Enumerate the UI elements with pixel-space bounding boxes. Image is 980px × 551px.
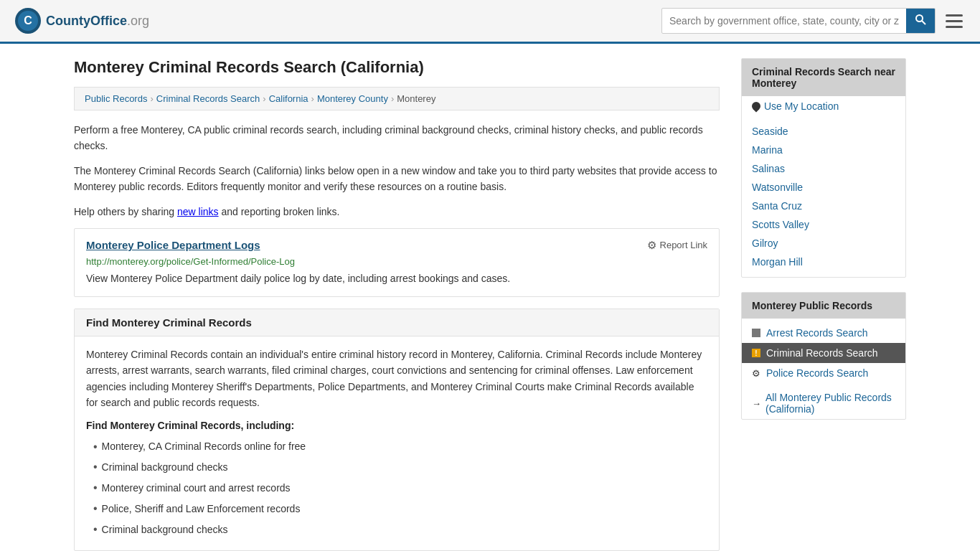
- gear-icon: ⚙: [752, 368, 760, 379]
- sidebar-city-item: Marina: [742, 141, 905, 159]
- search-button[interactable]: [906, 9, 935, 33]
- police-records-link[interactable]: Police Records Search: [766, 367, 868, 379]
- city-link-seaside[interactable]: Seaside: [752, 126, 788, 137]
- report-link-button[interactable]: ⚙ Report Link: [647, 239, 707, 252]
- main-content: Monterey Criminal Records Search (Califo…: [74, 58, 720, 551]
- list-item: Monterey, CA Criminal Records online for…: [93, 437, 707, 458]
- link-entry-header: Monterey Police Department Logs ⚙ Report…: [86, 239, 707, 252]
- section-box-body: Monterey Criminal Records contain an ind…: [75, 336, 719, 550]
- breadcrumb-link-monterey-county[interactable]: Monterey County: [317, 93, 388, 104]
- menu-line: [946, 14, 963, 17]
- menu-line: [946, 20, 963, 22]
- city-link-santa-cruz[interactable]: Santa Cruz: [752, 200, 802, 212]
- new-links-link[interactable]: new links: [177, 206, 219, 217]
- intro-paragraph-1: Perform a free Monterey, CA public crimi…: [74, 122, 720, 154]
- criminal-records-link[interactable]: Criminal Records Search: [766, 347, 878, 359]
- city-link-salinas[interactable]: Salinas: [752, 163, 785, 174]
- use-location: Use My Location: [742, 96, 905, 116]
- city-link-marina[interactable]: Marina: [752, 144, 783, 156]
- all-records-link-container: → All Monterey Public Records (Californi…: [742, 387, 905, 419]
- menu-button[interactable]: [943, 11, 966, 31]
- city-link-scotts-valley[interactable]: Scotts Valley: [752, 219, 809, 230]
- sidebar-city-item: Salinas: [742, 159, 905, 178]
- arrest-records-link[interactable]: Arrest Records Search: [766, 327, 868, 339]
- menu-line: [946, 26, 963, 28]
- breadcrumb-current: Monterey: [397, 93, 435, 104]
- link-description: View Monterey Police Department daily po…: [86, 271, 707, 286]
- sidebar-city-item: Gilroy: [742, 234, 905, 253]
- city-link-watsonville[interactable]: Watsonville: [752, 182, 803, 193]
- location-icon: [750, 100, 763, 113]
- svg-text:C: C: [24, 14, 32, 27]
- nearby-cities-list: Seaside Marina Salinas Watsonville Santa…: [742, 116, 905, 277]
- bullet-list: Monterey, CA Criminal Records online for…: [86, 437, 707, 540]
- city-link-morgan-hill[interactable]: Morgan Hill: [752, 256, 803, 268]
- sidebar-public-records-title: Monterey Public Records: [742, 293, 905, 319]
- svg-point-3: [916, 15, 923, 22]
- link-entry-title: Monterey Police Department Logs: [86, 239, 260, 251]
- sidebar-public-records-section: Monterey Public Records Arrest Records S…: [741, 292, 906, 420]
- breadcrumb-link-public-records[interactable]: Public Records: [85, 93, 147, 104]
- list-item: Monterey criminal court and arrest recor…: [93, 478, 707, 499]
- sidebar-city-item: Scotts Valley: [742, 215, 905, 234]
- svg-line-4: [922, 21, 925, 24]
- sidebar-nearby-title: Criminal Records Search near Monterey: [742, 59, 905, 96]
- city-link-gilroy[interactable]: Gilroy: [752, 237, 778, 249]
- list-item: Criminal background checks: [93, 457, 707, 478]
- section-box-header: Find Monterey Criminal Records: [75, 309, 719, 336]
- main-container: Monterey Criminal Records Search (Califo…: [60, 44, 920, 551]
- find-heading: Find Monterey Criminal Records, includin…: [86, 420, 707, 431]
- records-item-police: ⚙ Police Records Search: [742, 363, 905, 383]
- all-records-link[interactable]: All Monterey Public Records (California): [765, 392, 895, 415]
- square-icon: [752, 329, 760, 337]
- breadcrumb-link-california[interactable]: California: [269, 93, 308, 104]
- arrow-icon: →: [752, 398, 761, 409]
- sidebar-nearby-section: Criminal Records Search near Monterey Us…: [741, 58, 906, 278]
- header-right: [661, 8, 966, 34]
- logo[interactable]: C CountyOffice.org: [14, 7, 149, 34]
- sidebar-city-item: Morgan Hill: [742, 253, 905, 271]
- public-records-list: Arrest Records Search ! Criminal Records…: [742, 319, 905, 387]
- sidebar-city-item: Santa Cruz: [742, 197, 905, 215]
- list-item: Criminal background checks: [93, 519, 707, 540]
- report-icon: ⚙: [647, 239, 656, 252]
- intro-paragraph-2: The Monterey Criminal Records Search (Ca…: [74, 163, 720, 195]
- section-body-text: Monterey Criminal Records contain an ind…: [86, 347, 707, 411]
- records-item-criminal: ! Criminal Records Search: [742, 343, 905, 363]
- intro-paragraph-3: Help others by sharing new links and rep…: [74, 204, 720, 220]
- page-title: Monterey Criminal Records Search (Califo…: [74, 58, 720, 77]
- logo-text: CountyOffice.org: [46, 14, 149, 29]
- exclamation-icon: !: [752, 349, 760, 357]
- search-input[interactable]: [662, 10, 906, 32]
- link-entry-link[interactable]: Monterey Police Department Logs: [86, 239, 260, 251]
- records-item-arrest: Arrest Records Search: [742, 323, 905, 343]
- use-location-link[interactable]: Use My Location: [764, 100, 839, 112]
- search-icon: [915, 14, 926, 25]
- sidebar-city-item: Watsonville: [742, 178, 905, 197]
- find-section: Find Monterey Criminal Records Monterey …: [74, 309, 720, 551]
- sidebar: Criminal Records Search near Monterey Us…: [741, 58, 906, 551]
- breadcrumb: Public Records › Criminal Records Search…: [74, 87, 720, 110]
- search-bar: [661, 8, 936, 34]
- logo-icon: C: [14, 7, 42, 34]
- link-entry: Monterey Police Department Logs ⚙ Report…: [74, 228, 720, 297]
- sidebar-city-item: Seaside: [742, 122, 905, 141]
- breadcrumb-link-criminal-records[interactable]: Criminal Records Search: [156, 93, 260, 104]
- list-item: Police, Sheriff and Law Enforcement reco…: [93, 499, 707, 519]
- site-header: C CountyOffice.org: [0, 0, 980, 44]
- link-url: http://monterey.org/police/Get-Informed/…: [86, 256, 707, 267]
